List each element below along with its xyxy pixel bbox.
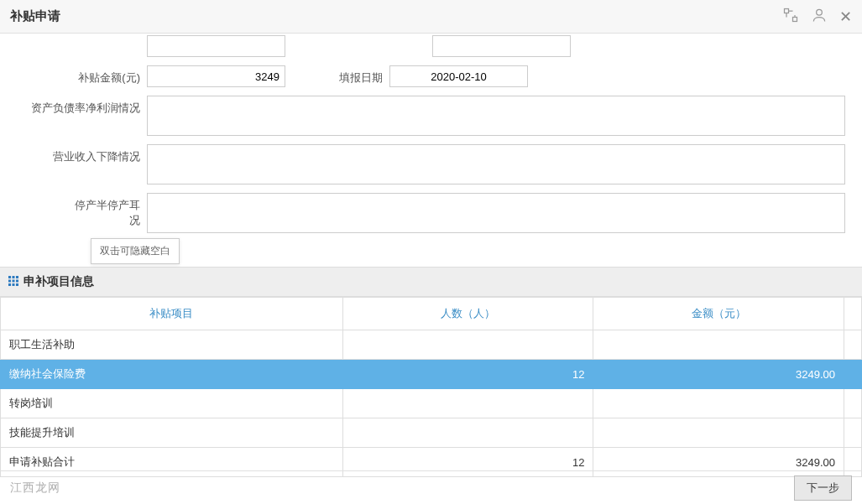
table-row[interactable]: 缴纳社会保险费123249.00 xyxy=(1,360,862,389)
cell-item: 缴纳社会保险费 xyxy=(1,360,343,389)
svg-rect-11 xyxy=(16,283,18,286)
svg-rect-6 xyxy=(8,279,11,282)
cell-count xyxy=(342,330,593,360)
watermark: 江西龙网 xyxy=(10,481,60,496)
form-row-top-cut xyxy=(8,35,854,57)
section-title: 申补项目信息 xyxy=(24,274,94,289)
table-row[interactable]: 技能提升培训 xyxy=(1,418,862,448)
cell-spacer xyxy=(844,418,862,448)
cell-item: 技能提升培训 xyxy=(1,418,343,448)
cell-count: 12 xyxy=(342,360,593,389)
subsidy-table: 补贴项目 人数（人） 金额（元） 职工生活补助缴纳社会保险费123249.00转… xyxy=(0,297,862,477)
svg-rect-0 xyxy=(785,9,789,13)
assets-label: 资产负债率净利润情况 xyxy=(8,96,147,116)
svg-rect-7 xyxy=(13,279,15,282)
svg-rect-3 xyxy=(8,276,11,278)
table-row[interactable]: 转岗培训 xyxy=(1,389,862,418)
table-header-row: 补贴项目 人数（人） 金额（元） xyxy=(1,298,862,330)
form-row-assets: 资产负债率净利润情况 xyxy=(8,96,854,136)
th-item: 补贴项目 xyxy=(1,298,343,330)
shutdown-textarea[interactable] xyxy=(147,193,845,233)
header-actions: ✕ xyxy=(782,7,852,26)
form-row-amount: 补贴金额(元) 填报日期 xyxy=(8,65,854,87)
grid-icon xyxy=(8,276,18,288)
amount-input[interactable] xyxy=(147,65,285,87)
svg-rect-4 xyxy=(13,276,15,278)
footer: 江西龙网 下一步 xyxy=(0,470,862,504)
th-count: 人数（人） xyxy=(342,298,593,330)
section-header: 申补项目信息 xyxy=(0,267,862,297)
cell-item: 职工生活补助 xyxy=(1,330,343,360)
window-title: 补贴申请 xyxy=(10,8,60,24)
svg-point-2 xyxy=(817,9,823,15)
date-label: 填报日期 xyxy=(285,65,389,86)
table-row[interactable]: 职工生活补助 xyxy=(1,330,862,360)
revenue-label: 营业收入下降情况 xyxy=(8,144,147,164)
cell-amount xyxy=(593,418,844,448)
user-icon[interactable] xyxy=(811,7,828,26)
cell-spacer xyxy=(844,360,862,389)
bank-name-input[interactable] xyxy=(147,35,285,57)
th-spacer xyxy=(844,298,862,330)
next-button[interactable]: 下一步 xyxy=(794,475,852,501)
svg-rect-1 xyxy=(793,18,797,22)
bank-account-input[interactable] xyxy=(432,35,571,57)
assets-textarea[interactable] xyxy=(147,96,845,136)
svg-rect-10 xyxy=(13,283,15,286)
form-row-shutdown: 停产半停产耳 况 xyxy=(8,193,854,233)
svg-rect-8 xyxy=(16,279,18,282)
svg-rect-9 xyxy=(8,283,11,286)
cell-amount xyxy=(593,389,844,418)
revenue-textarea[interactable] xyxy=(147,144,845,184)
cell-spacer xyxy=(844,330,862,360)
form-area: 补贴金额(元) 填报日期 资产负债率净利润情况 营业收入下降情况 停产半停产耳 … xyxy=(0,35,862,250)
cell-amount: 3249.00 xyxy=(593,360,844,389)
cell-item: 转岗培训 xyxy=(1,389,343,418)
date-input[interactable] xyxy=(389,65,528,87)
cell-spacer xyxy=(844,389,862,418)
form-row-revenue: 营业收入下降情况 xyxy=(8,144,854,184)
shutdown-label: 停产半停产耳 况 xyxy=(8,193,147,228)
cell-count xyxy=(342,418,593,448)
close-icon[interactable]: ✕ xyxy=(839,8,852,26)
th-amount: 金额（元） xyxy=(593,298,844,330)
svg-rect-5 xyxy=(16,276,18,278)
cell-amount xyxy=(593,330,844,360)
window-header: 补贴申请 ✕ xyxy=(0,0,862,34)
cell-count xyxy=(342,389,593,418)
workflow-icon[interactable] xyxy=(782,7,799,26)
content-scroll[interactable]: 补贴金额(元) 填报日期 资产负债率净利润情况 营业收入下降情况 停产半停产耳 … xyxy=(0,34,862,487)
amount-label: 补贴金额(元) xyxy=(8,65,147,86)
tooltip-hide-blank: 双击可隐藏空白 xyxy=(91,238,180,264)
